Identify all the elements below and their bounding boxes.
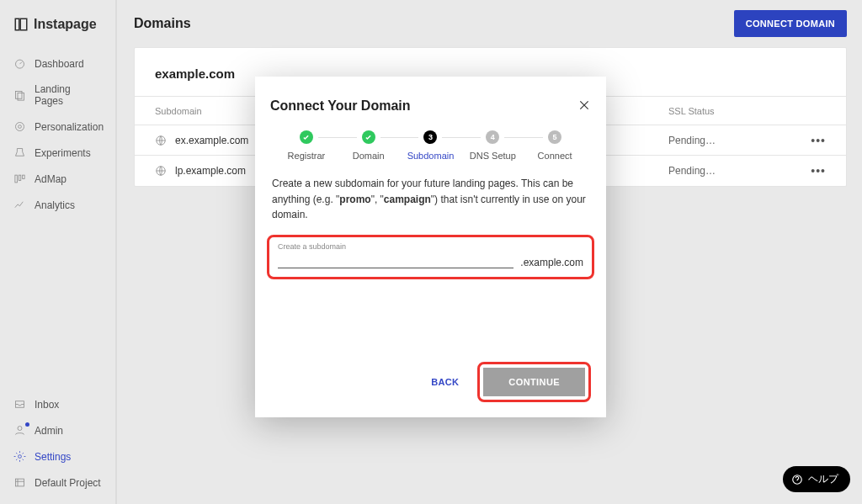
svg-point-5	[16, 123, 24, 131]
pages-icon	[13, 89, 26, 102]
step-domain[interactable]: Domain	[338, 130, 400, 161]
step-number: 3	[423, 130, 437, 144]
brand-name: Instapage	[34, 17, 97, 32]
dialog-description: Create a new subdomain for your future l…	[272, 176, 589, 223]
svg-rect-4	[18, 93, 24, 100]
brand-logo[interactable]: Instapage	[0, 0, 115, 47]
globe-icon	[155, 135, 167, 146]
svg-rect-3	[16, 91, 23, 98]
nav-label: Settings	[35, 451, 71, 463]
step-subdomain[interactable]: 3 Subdomain	[400, 130, 462, 161]
nav-admin[interactable]: Admin	[0, 417, 115, 443]
step-label: Registrar	[288, 151, 326, 161]
analytics-icon	[13, 199, 26, 211]
nav-label: Experiments	[35, 147, 91, 159]
ssl-status: Pending…	[668, 165, 801, 177]
desc-text: ", "	[371, 194, 384, 205]
close-icon[interactable]	[577, 98, 591, 112]
svg-rect-0	[15, 19, 19, 30]
check-icon	[364, 134, 372, 141]
step-number: 5	[548, 130, 561, 144]
nav-analytics[interactable]: Analytics	[0, 192, 115, 218]
step-label: Subdomain	[407, 151, 455, 161]
help-icon	[791, 474, 803, 485]
step-dns-setup[interactable]: 4 DNS Setup	[461, 130, 524, 161]
nav-label: Landing Pages	[35, 83, 102, 107]
row-actions-button[interactable]: •••	[801, 164, 826, 178]
notification-dot-icon	[25, 422, 29, 427]
stepper: Registrar Domain 3 Subdomain 4 DNS Setup…	[275, 130, 586, 161]
svg-rect-8	[19, 175, 21, 180]
step-label: DNS Setup	[470, 151, 516, 161]
step-connect[interactable]: 5 Connect	[524, 130, 586, 161]
sidebar: Instapage Dashboard Landing Pages Person…	[0, 0, 117, 504]
brand-icon	[13, 17, 29, 32]
step-number: 4	[486, 130, 499, 144]
nav-label: Default Project	[35, 477, 101, 489]
admap-icon	[13, 172, 26, 185]
svg-point-6	[19, 125, 22, 129]
gear-icon	[13, 450, 26, 463]
subdomain-name: ex.example.com	[175, 135, 248, 146]
desc-example: promo	[339, 194, 370, 205]
nav-primary: Dashboard Landing Pages Personalization …	[0, 47, 115, 221]
beaker-icon	[13, 146, 26, 159]
step-label: Domain	[353, 151, 385, 161]
svg-rect-13	[16, 479, 24, 486]
user-icon	[13, 424, 26, 437]
nav-experiments[interactable]: Experiments	[0, 140, 115, 166]
nav-landing-pages[interactable]: Landing Pages	[0, 77, 115, 114]
nav-label: Inbox	[35, 399, 59, 411]
continue-button-highlight: CONTINUE	[477, 362, 591, 402]
inbox-icon	[13, 398, 26, 411]
ssl-status: Pending…	[668, 135, 801, 146]
help-button[interactable]: ヘルプ	[783, 466, 850, 492]
step-registrar[interactable]: Registrar	[275, 130, 338, 161]
subdomain-input[interactable]	[278, 252, 513, 268]
connect-domain-dialog: Connect Your Domain Registrar Domain 3 S…	[255, 77, 606, 417]
domain-suffix: .example.com	[520, 257, 583, 268]
nav-personalization[interactable]: Personalization	[0, 114, 115, 140]
svg-point-11	[18, 427, 22, 431]
svg-point-12	[19, 455, 22, 459]
gauge-icon	[13, 57, 26, 70]
nav-secondary: Inbox Admin Settings Default Project	[0, 388, 115, 504]
connect-domain-button[interactable]: CONNECT DOMAIN	[734, 10, 847, 37]
help-label: ヘルプ	[808, 472, 838, 486]
nav-dashboard[interactable]: Dashboard	[0, 50, 115, 77]
nav-admap[interactable]: AdMap	[0, 166, 115, 192]
back-button[interactable]: BACK	[428, 370, 462, 394]
nav-label: Analytics	[35, 199, 75, 211]
nav-label: AdMap	[35, 173, 67, 185]
folder-icon	[13, 476, 26, 489]
target-icon	[13, 120, 26, 133]
subdomain-name: lp.example.com	[175, 165, 246, 177]
nav-label: Personalization	[35, 121, 104, 133]
svg-rect-1	[20, 19, 27, 30]
topbar: Domains CONNECT DOMAIN	[134, 0, 847, 47]
dialog-footer: BACK CONTINUE	[270, 362, 591, 402]
step-label: Connect	[538, 151, 572, 161]
continue-button[interactable]: CONTINUE	[483, 368, 585, 396]
nav-inbox[interactable]: Inbox	[0, 391, 115, 417]
nav-label: Admin	[35, 425, 63, 437]
row-actions-button[interactable]: •••	[801, 134, 826, 147]
field-label: Create a subdomain	[278, 242, 583, 251]
svg-rect-7	[15, 175, 18, 183]
check-icon	[302, 134, 310, 141]
dialog-title: Connect Your Domain	[270, 98, 591, 114]
subdomain-field-highlight: Create a subdomain .example.com	[267, 235, 594, 279]
desc-example: campaign	[384, 194, 431, 205]
globe-icon	[155, 165, 167, 177]
nav-settings[interactable]: Settings	[0, 443, 115, 470]
nav-project[interactable]: Default Project	[0, 470, 115, 496]
page-title: Domains	[134, 16, 191, 31]
col-ssl-status: SSL Status	[668, 106, 826, 116]
svg-rect-9	[23, 175, 25, 178]
nav-label: Dashboard	[35, 58, 84, 70]
